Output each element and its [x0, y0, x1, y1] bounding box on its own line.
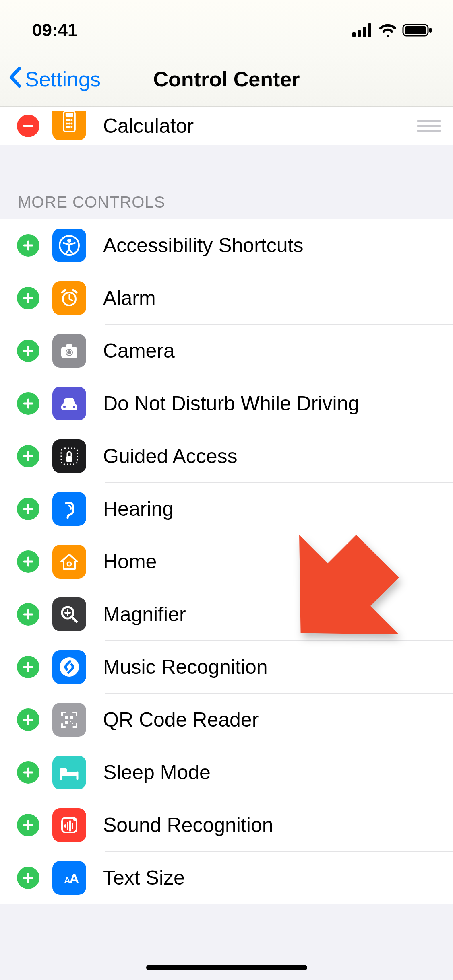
shazam-icon [52, 650, 86, 684]
lock-dotted-icon [52, 439, 86, 473]
row-label: Music Recognition [103, 655, 453, 679]
home-icon [52, 545, 86, 579]
section-header-more: MORE CONTROLS [0, 145, 453, 219]
add-button[interactable] [17, 708, 39, 731]
reorder-handle[interactable] [417, 120, 441, 132]
chevron-left-icon [8, 66, 22, 93]
add-button[interactable] [17, 656, 39, 678]
more-row-qr: QR Code Reader [0, 694, 453, 746]
add-button[interactable] [17, 761, 39, 784]
svg-rect-0 [352, 32, 356, 37]
row-label: Calculator [103, 114, 417, 138]
svg-rect-35 [70, 716, 73, 719]
qr-icon [52, 703, 86, 737]
included-controls-section: Calculator [0, 107, 453, 145]
svg-rect-8 [66, 113, 73, 117]
more-row-waveform: Sound Recognition [0, 799, 453, 851]
more-controls-list: Accessibility ShortcutsAlarmCameraDo Not… [0, 219, 453, 904]
wifi-icon [378, 23, 397, 37]
row-label: QR Code Reader [103, 708, 453, 731]
svg-point-14 [70, 122, 72, 124]
more-row-lock-dotted: Guided Access [0, 430, 453, 482]
add-button[interactable] [17, 234, 39, 257]
bed-icon [52, 756, 86, 789]
camera-icon [52, 334, 86, 368]
magnifier-icon [52, 597, 86, 631]
svg-point-13 [68, 122, 70, 124]
back-label: Settings [25, 67, 101, 91]
svg-point-16 [68, 126, 70, 128]
status-icons [352, 23, 433, 37]
row-label: Accessibility Shortcuts [103, 234, 453, 257]
row-label: Hearing [103, 497, 453, 521]
alarm-icon [52, 281, 86, 315]
svg-point-27 [63, 406, 66, 408]
svg-point-9 [66, 119, 68, 121]
svg-point-10 [68, 119, 70, 121]
ear-icon [52, 492, 86, 526]
more-row-magnifier: Magnifier [0, 588, 453, 640]
svg-rect-6 [429, 28, 432, 33]
more-row-home: Home [0, 535, 453, 588]
svg-rect-3 [368, 23, 371, 37]
add-button[interactable] [17, 814, 39, 836]
svg-rect-30 [66, 456, 72, 462]
svg-rect-5 [405, 26, 426, 34]
svg-point-17 [70, 126, 72, 128]
more-row-ear: Hearing [0, 483, 453, 535]
row-label: Magnifier [103, 603, 453, 626]
status-time: 09:41 [32, 20, 78, 40]
row-label: Text Size [103, 866, 453, 889]
add-button[interactable] [17, 392, 39, 415]
more-row-accessibility: Accessibility Shortcuts [0, 219, 453, 272]
svg-rect-37 [70, 721, 71, 722]
svg-rect-34 [65, 716, 68, 719]
row-label: Do Not Disturb While Driving [103, 392, 453, 415]
row-label: Camera [103, 339, 453, 362]
svg-rect-38 [72, 723, 73, 724]
more-row-alarm: Alarm [0, 272, 453, 324]
car-icon [52, 387, 86, 420]
add-button[interactable] [17, 603, 39, 626]
row-label: Sleep Mode [103, 761, 453, 784]
add-button[interactable] [17, 867, 39, 889]
home-indicator[interactable] [146, 965, 307, 970]
scroll-content[interactable]: Calculator MORE CONTROLS Accessibility S… [0, 107, 453, 904]
waveform-icon [52, 808, 86, 842]
row-label: Alarm [103, 286, 453, 310]
accessibility-icon [52, 229, 86, 262]
more-row-car: Do Not Disturb While Driving [0, 377, 453, 430]
back-button[interactable]: Settings [0, 66, 101, 93]
battery-icon [402, 23, 433, 37]
row-label: Sound Recognition [103, 813, 453, 837]
svg-rect-23 [66, 344, 72, 348]
add-button[interactable] [17, 550, 39, 573]
svg-rect-1 [358, 30, 361, 37]
add-button[interactable] [17, 287, 39, 309]
svg-rect-2 [363, 27, 366, 37]
remove-button[interactable] [17, 115, 39, 137]
navigation-bar: Settings Control Center [0, 52, 453, 107]
svg-point-12 [66, 122, 68, 124]
add-button[interactable] [17, 340, 39, 362]
svg-point-31 [67, 562, 71, 566]
add-button[interactable] [17, 445, 39, 467]
svg-point-28 [73, 406, 75, 408]
row-label: Guided Access [103, 445, 453, 468]
more-row-shazam: Music Recognition [0, 641, 453, 693]
calculator-icon [52, 111, 86, 140]
svg-point-19 [67, 239, 71, 243]
svg-point-42 [73, 818, 77, 821]
svg-point-15 [66, 126, 68, 128]
more-row-textsize: AAText Size [0, 852, 453, 904]
add-button[interactable] [17, 498, 39, 520]
more-row-camera: Camera [0, 325, 453, 377]
included-row-calculator: Calculator [0, 107, 453, 145]
more-row-bed: Sleep Mode [0, 746, 453, 799]
row-label: Home [103, 550, 453, 573]
svg-point-33 [60, 657, 79, 677]
textsize-icon: AA [52, 861, 86, 895]
status-bar: 09:41 [0, 0, 453, 52]
svg-text:A: A [69, 871, 79, 886]
svg-point-11 [70, 119, 72, 121]
